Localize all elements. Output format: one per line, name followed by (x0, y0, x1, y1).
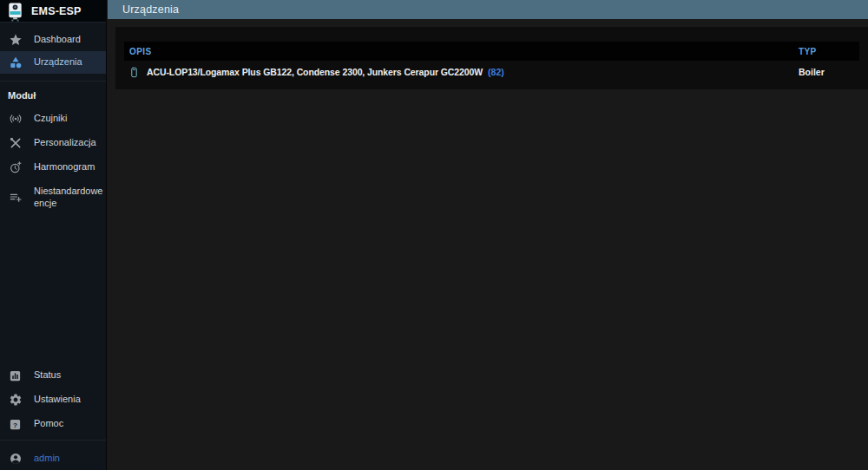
username-link: admin (34, 453, 105, 465)
sidebar-item-label: Ustawienia (34, 394, 105, 406)
app-logo-icon (8, 3, 23, 22)
sidebar-item-schedule[interactable]: Harmonogram (0, 155, 106, 180)
sidebar-item-label: Czujniki (34, 113, 105, 125)
sidebar-section-modul: Moduł (0, 82, 106, 105)
column-header-opis[interactable]: OPIS (124, 47, 152, 56)
account-circle-icon (8, 452, 23, 467)
main-content: Urządzenia OPIS TYP ACU-LOP13/Logamax Pl… (108, 0, 868, 470)
table-header: OPIS TYP (124, 42, 859, 61)
sidebar-item-label: Dashboard (34, 34, 105, 46)
sidebar-item-label: Harmonogram (34, 161, 105, 173)
sidebar-item-label: Personalizacja (34, 137, 105, 149)
device-type: Boiler (799, 67, 825, 77)
sidebar-nav: Dashboard Urządzenia (0, 23, 106, 74)
sidebar-item-sensors[interactable]: Czujniki (0, 107, 106, 131)
divider (0, 440, 106, 441)
star-icon (8, 33, 23, 48)
sidebar-item-customization[interactable]: Personalizacja (0, 131, 106, 155)
table-row[interactable]: ACU-LOP13/Logamax Plus GB122, Condense 2… (124, 61, 859, 83)
sidebar-item-custom-entities[interactable]: Niestandardowe encje (0, 180, 106, 216)
sidebar-item-label: Pomoc (34, 418, 105, 430)
question-icon: ? (8, 417, 23, 432)
sidebar-item-admin[interactable]: admin (0, 447, 106, 470)
svg-text:?: ? (13, 421, 17, 428)
sidebar-item-label: Urządzenia (34, 56, 105, 69)
sidebar-item-dashboard[interactable]: Dashboard (0, 29, 106, 51)
thermostat-icon (128, 65, 140, 80)
sensors-icon (8, 112, 23, 127)
sidebar-item-label: Status (34, 369, 105, 382)
sidebar-header: EMS-ESP (0, 0, 106, 23)
sidebar-bottom-group: Status Ustawienia ? Pomoc (0, 363, 106, 470)
clock-plus-icon (8, 160, 23, 175)
sidebar-item-devices[interactable]: Urządzenia (0, 51, 106, 74)
category-icon (8, 55, 23, 70)
app-title: EMS-ESP (31, 5, 82, 17)
sidebar-item-status[interactable]: Status (0, 363, 106, 388)
device-id-link[interactable]: (82) (488, 67, 504, 77)
sidebar-item-help[interactable]: ? Pomoc (0, 412, 106, 436)
app-bar: Urządzenia (108, 0, 868, 19)
tools-icon (8, 136, 23, 151)
device-description: ACU-LOP13/Logamax Plus GB122, Condense 2… (147, 67, 483, 77)
sidebar: EMS-ESP Dashboard Urządzenia Moduł (0, 0, 107, 470)
gear-icon (8, 393, 23, 408)
bar-chart-icon (8, 369, 23, 383)
devices-panel: OPIS TYP ACU-LOP13/Logamax Plus GB122, C… (115, 27, 868, 89)
page-title: Urządzenia (122, 3, 179, 16)
playlist-add-icon (8, 191, 23, 206)
sidebar-item-settings[interactable]: Ustawienia (0, 388, 106, 412)
sidebar-item-label: Niestandardowe encje (34, 186, 105, 210)
column-header-typ[interactable]: TYP (799, 47, 817, 56)
sidebar-module-nav: Czujniki Personalizacja Harmonogram (0, 105, 106, 216)
